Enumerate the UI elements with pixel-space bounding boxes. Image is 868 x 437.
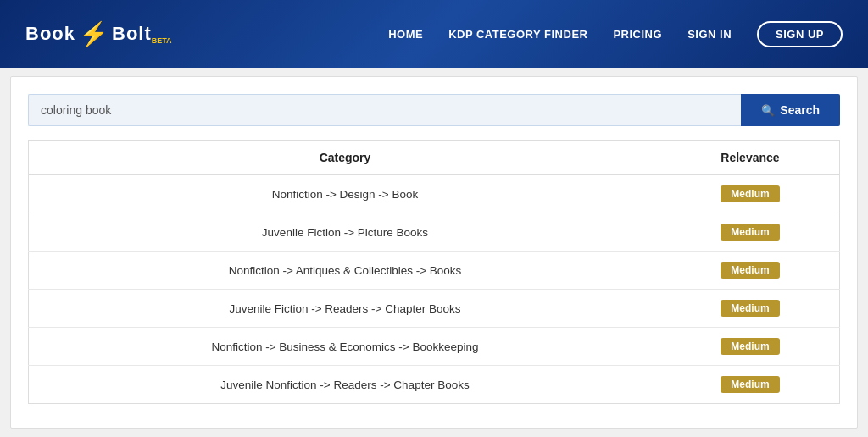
- table-header-row: Category Relevance: [29, 141, 840, 175]
- search-icon: 🔍: [761, 104, 775, 117]
- cell-category: Juvenile Fiction -> Picture Books: [29, 213, 661, 252]
- results-table: Category Relevance Nonfiction -> Design …: [28, 140, 840, 404]
- cell-relevance: Medium: [661, 213, 840, 252]
- search-button-label: Search: [780, 103, 820, 117]
- relevance-badge: Medium: [721, 338, 779, 355]
- logo-bolt-text: Bolt: [112, 23, 152, 45]
- main-content: 🔍 Search Category Relevance Nonfiction -…: [10, 76, 858, 429]
- table-row: Juvenile Fiction -> Picture Books Medium: [29, 213, 840, 252]
- search-input[interactable]: [28, 94, 741, 126]
- cell-category: Nonfiction -> Design -> Book: [29, 175, 661, 213]
- relevance-badge: Medium: [721, 300, 779, 317]
- cell-relevance: Medium: [661, 290, 840, 328]
- logo: Book ⚡ Bolt BETA: [25, 20, 175, 48]
- col-header-relevance: Relevance: [661, 141, 840, 175]
- main-nav: HOME KDP CATEGORY FINDER PRICING SIGN IN…: [388, 21, 843, 47]
- relevance-badge: Medium: [721, 224, 779, 241]
- cell-category: Nonfiction -> Business & Economics -> Bo…: [29, 328, 661, 366]
- nav-home[interactable]: HOME: [388, 28, 423, 41]
- signup-button[interactable]: SIGN UP: [757, 21, 843, 47]
- cell-relevance: Medium: [661, 366, 840, 404]
- search-bar: 🔍 Search: [28, 94, 840, 126]
- table-row: Juvenile Nonfiction -> Readers -> Chapte…: [29, 366, 840, 404]
- relevance-badge: Medium: [721, 262, 779, 279]
- cell-relevance: Medium: [661, 252, 840, 290]
- header: Book ⚡ Bolt BETA HOME KDP CATEGORY FINDE…: [0, 0, 868, 68]
- logo-book-text: Book: [25, 23, 75, 45]
- nav-kdp[interactable]: KDP CATEGORY FINDER: [448, 28, 587, 41]
- search-button[interactable]: 🔍 Search: [741, 94, 840, 126]
- logo-bolt-icon: ⚡: [79, 20, 108, 48]
- col-header-category: Category: [29, 141, 661, 175]
- table-row: Nonfiction -> Design -> Book Medium: [29, 175, 840, 213]
- cell-relevance: Medium: [661, 175, 840, 213]
- logo-beta-label: BETA: [152, 36, 172, 45]
- nav-signin[interactable]: SIGN IN: [687, 28, 732, 41]
- relevance-badge: Medium: [721, 185, 779, 202]
- cell-relevance: Medium: [661, 328, 840, 366]
- table-row: Nonfiction -> Antiques & Collectibles ->…: [29, 252, 840, 290]
- table-row: Nonfiction -> Business & Economics -> Bo…: [29, 328, 840, 366]
- nav-pricing[interactable]: PRICING: [613, 28, 662, 41]
- cell-category: Juvenile Nonfiction -> Readers -> Chapte…: [29, 366, 661, 404]
- table-row: Juvenile Fiction -> Readers -> Chapter B…: [29, 290, 840, 328]
- cell-category: Juvenile Fiction -> Readers -> Chapter B…: [29, 290, 661, 328]
- cell-category: Nonfiction -> Antiques & Collectibles ->…: [29, 252, 661, 290]
- relevance-badge: Medium: [721, 376, 779, 393]
